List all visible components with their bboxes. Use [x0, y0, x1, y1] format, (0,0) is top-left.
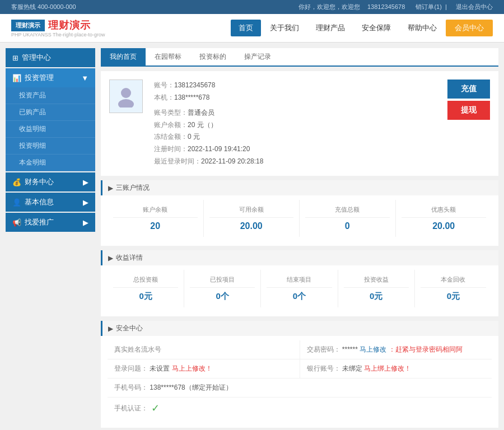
chevron-icon: ▼: [81, 74, 88, 82]
earnings-total-invest: 总投资额 0元: [108, 270, 184, 307]
earnings-income: 投资收益 0元: [338, 270, 415, 307]
profile-info: 账号：13812345678 本机：138*****678 账号类型：普通会员 …: [109, 80, 263, 167]
account-cell-promo: 优惠头额 20.00: [396, 200, 492, 237]
sidebar-section-finance: 💰 财务中心 ▶: [6, 172, 95, 191]
sidebar-promote-title[interactable]: 📢 找爱推广 ▶: [6, 213, 95, 232]
invest-icon: 📊: [12, 74, 21, 82]
nav-home[interactable]: 首页: [231, 20, 261, 36]
earnings-grid: 总投资额 0元 已投项目 0个 结束项目 0个 投资收益 0元 本金回收 0: [108, 270, 492, 307]
profile-phone: 13812345678: [174, 81, 215, 89]
safety-login-question: 登录问题： 未设置 马上上修改！: [108, 359, 300, 378]
sidebar-item-earnings[interactable]: 收益明细: [6, 121, 95, 138]
top-bar: 客服热线 400-0000-000 你好，欢迎您，欢迎您 13812345678…: [0, 0, 504, 14]
sidebar-section-admin: ⊞ 管理中心: [6, 48, 95, 67]
profile-actions: 充值 提现: [447, 80, 490, 120]
account-cell-balance: 账户余额 20: [108, 200, 204, 237]
account-overview-section: ▶ 三账户情况 账户余额 20 可用余额 20.00 充值总额 0 优惠头额: [101, 180, 498, 246]
tab-records[interactable]: 操产记录: [235, 48, 280, 66]
main-nav: 首页 关于我们 理财产品 安全保障 帮助中心 会员中心: [231, 20, 493, 36]
profile-register: 2022-11-09 19:41:20: [188, 145, 250, 153]
top-right: 你好，欢迎您，欢迎您 13812345678 销订单(1) | 退出会员中心: [298, 3, 493, 11]
chevron-right2-icon: ▶: [83, 198, 88, 207]
finance-icon: 💰: [12, 178, 21, 186]
admin-icon: ⊞: [12, 54, 18, 62]
earnings-invested: 已投项目 0个: [184, 270, 261, 307]
profile-account-type: 普通会员: [188, 109, 214, 116]
safety-mobile-verify-row: 手机认证： ✓: [108, 398, 492, 419]
earnings-section: ▶ 收益详情 总投资额 0元 已投项目 0个 结束项目 0个 投资收益: [101, 250, 498, 316]
order-link[interactable]: 销订单(1): [416, 3, 441, 10]
profile-card: 账号：13812345678 本机：138*****678 账号类型：普通会员 …: [101, 71, 498, 176]
safety-header: ▶ 安全中心: [101, 321, 498, 336]
tab-my-homepage[interactable]: 我的首页: [101, 48, 146, 66]
content-tabs: 我的首页 在园帮标 投资标的 操产记录: [101, 48, 498, 67]
svg-point-1: [118, 99, 134, 108]
logo-main: 理财演示: [48, 18, 91, 32]
verified-checkmark: ✓: [151, 402, 160, 414]
profile-card: 138*****678: [174, 94, 209, 101]
account-cell-recharge-total: 充值总额 0: [300, 200, 396, 237]
profile-balance: 20 元（）: [188, 121, 217, 129]
profile-details: 账号：13812345678 本机：138*****678 账号类型：普通会员 …: [154, 80, 263, 167]
recharge-button[interactable]: 充值: [447, 80, 490, 99]
safety-row-2: 登录问题： 未设置 马上上修改！ 银行账号： 未绑定 马上绑上修改！: [108, 359, 492, 378]
logo-sub: PHP UKAIYANSS The-right-place-to-grow: [11, 32, 105, 38]
sidebar-section-profile: 👤 基本信息 ▶: [6, 193, 95, 212]
chevron-right3-icon: ▶: [83, 218, 88, 227]
account-cell-available: 可用余额 20.00: [204, 200, 300, 237]
safety-icon: ▶: [108, 325, 113, 333]
sidebar-profile-title[interactable]: 👤 基本信息 ▶: [6, 193, 95, 212]
nav-help[interactable]: 帮助中心: [400, 20, 445, 36]
chevron-right-icon: ▶: [83, 178, 88, 186]
sidebar-finance-title[interactable]: 💰 财务中心 ▶: [6, 172, 95, 191]
tab-invest-target[interactable]: 投资标的: [190, 48, 235, 66]
nav-about[interactable]: 关于我们: [262, 20, 307, 36]
sidebar-invest-title[interactable]: 📊 投资管理 ▼: [6, 68, 95, 87]
content-area: 我的首页 在园帮标 投资标的 操产记录 账号：13812345678 本机：13…: [101, 48, 498, 430]
sidebar-invest-menu: 投资产品 已购产品 收益明细 投资明细 本金明细: [6, 87, 95, 171]
sidebar-item-invest-products[interactable]: 投资产品: [6, 87, 95, 104]
sidebar-item-principal[interactable]: 本金明细: [6, 155, 95, 171]
account-overview-header: ▶ 三账户情况: [101, 180, 498, 195]
logo: 理财演示 理财演示 PHP UKAIYANSS The-right-place-…: [11, 18, 105, 38]
nav-products[interactable]: 理财产品: [308, 20, 353, 36]
sidebar: ⊞ 管理中心 📊 投资管理 ▼ 投资产品 已购产品 收益明细 投资明细 本金明细…: [6, 48, 95, 430]
safety-card: 真实姓名流水号 交易密码： ****** 马上修改 ：赶紧与登录密码相同阿 登录…: [108, 340, 492, 419]
account-grid: 账户余额 20 可用余额 20.00 充值总额 0 优惠头额 20.00: [108, 200, 492, 237]
sidebar-admin-title[interactable]: ⊞ 管理中心: [6, 48, 95, 67]
chart-icon: ▶: [108, 184, 113, 192]
nav-security[interactable]: 安全保障: [354, 20, 399, 36]
nav-member[interactable]: 会员中心: [446, 20, 493, 36]
logo-badge: 理财演示: [11, 20, 45, 31]
set-question-link[interactable]: 马上上修改！: [172, 364, 212, 372]
promote-icon: 📢: [12, 218, 21, 227]
avatar: [109, 80, 143, 113]
safety-real-name: 真实姓名流水号: [108, 340, 300, 359]
safety-phone-row: 手机号码： 138*****678（绑定开始证）: [108, 378, 492, 398]
profile-frozen: 0 元: [188, 133, 200, 141]
user-id-link[interactable]: 13812345678: [367, 3, 405, 10]
sidebar-section-invest: 📊 投资管理 ▼ 投资产品 已购产品 收益明细 投资明细 本金明细: [6, 68, 95, 171]
profile-icon: 👤: [12, 198, 21, 207]
safety-trade-pw: 交易密码： ****** 马上修改 ：赶紧与登录密码相同阿: [300, 340, 492, 359]
bind-bank-link[interactable]: 马上绑上修改！: [364, 364, 411, 372]
safety-row-1: 真实姓名流水号 交易密码： ****** 马上修改 ：赶紧与登录密码相同阿: [108, 340, 492, 359]
earnings-principal: 本金回收 0元: [415, 270, 492, 307]
safety-bank: 银行账号： 未绑定 马上绑上修改！: [300, 359, 492, 378]
sidebar-section-promote: 📢 找爱推广 ▶: [6, 213, 95, 232]
sidebar-item-invest-detail[interactable]: 投资明细: [6, 138, 95, 155]
earnings-finished: 结束项目 0个: [261, 270, 338, 307]
earnings-header: ▶ 收益详情: [101, 250, 498, 265]
header: 理财演示 理财演示 PHP UKAIYANSS The-right-place-…: [0, 14, 504, 43]
sidebar-item-purchased[interactable]: 已购产品: [6, 104, 95, 121]
safety-section: ▶ 安全中心 真实姓名流水号 交易密码： ****** 马上修改 ：赶紧与登录密…: [101, 321, 498, 428]
tab-garden[interactable]: 在园帮标: [146, 48, 190, 66]
earnings-icon: ▶: [108, 254, 113, 262]
svg-point-0: [121, 88, 131, 98]
withdraw-button[interactable]: 提现: [447, 101, 490, 120]
logout-link[interactable]: 退出会员中心: [456, 3, 493, 10]
change-trade-pw-link[interactable]: 马上修改: [360, 345, 386, 353]
hotline: 客服热线 400-0000-000: [11, 3, 76, 11]
real-name-label: 真实姓名流水号: [114, 345, 161, 353]
profile-lastlogin: 2022-11-09 20:28:18: [201, 157, 263, 165]
